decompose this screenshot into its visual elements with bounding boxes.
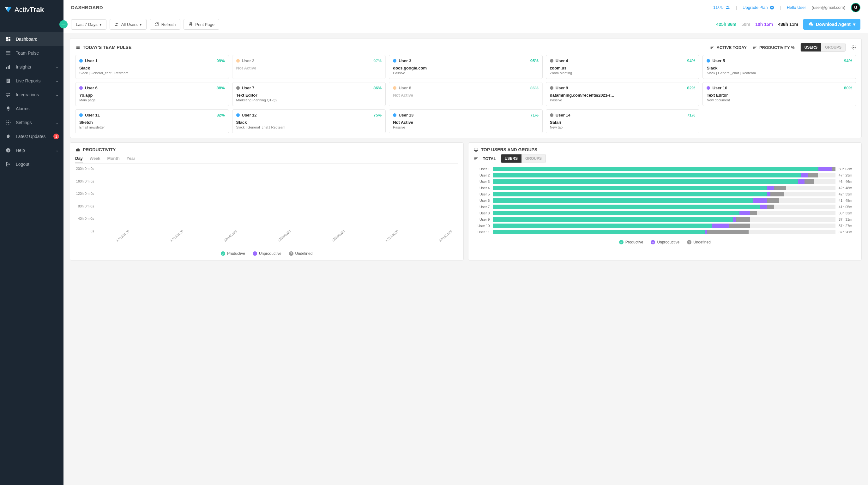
collapse-sidebar-button[interactable]: — xyxy=(59,20,68,28)
status-dot-icon xyxy=(550,59,553,63)
refresh-button[interactable]: Refresh xyxy=(150,19,181,30)
tab-month[interactable]: Month xyxy=(107,154,120,163)
user-app: Slack xyxy=(236,120,382,125)
sidebar-item-live-reports[interactable]: Live Reports⌄ xyxy=(0,74,63,88)
svg-rect-33 xyxy=(77,47,80,48)
user-app: Not Active xyxy=(393,120,538,125)
sidebar-item-settings[interactable]: Settings⌄ xyxy=(0,116,63,129)
status-dot-icon xyxy=(707,86,710,90)
svg-point-24 xyxy=(116,23,117,24)
svg-rect-10 xyxy=(8,66,9,69)
status-dot-icon xyxy=(393,86,396,90)
sort-icon xyxy=(752,45,757,50)
user-pulse-card[interactable]: User 8 86% Not Active xyxy=(389,82,542,106)
svg-rect-34 xyxy=(77,48,80,48)
tab-day[interactable]: Day xyxy=(75,154,83,163)
user-pulse-card[interactable]: User 4 94% zoom.us Zoom Meeting xyxy=(546,55,700,79)
chevron-down-icon: ⌄ xyxy=(56,93,58,97)
user-pulse-card[interactable]: User 5 94% Slack Slack | General_chat | … xyxy=(703,55,856,79)
top-user-row: User 838h 33m xyxy=(473,211,857,215)
cloud-download-icon xyxy=(808,22,813,27)
user-pulse-card[interactable]: User 12 75% Slack Slack | General_chat |… xyxy=(232,109,386,133)
chart-bar: 12/12/2020 xyxy=(101,167,130,233)
list-icon xyxy=(5,50,11,56)
tu-groups-tab[interactable]: GROUPS xyxy=(522,154,546,163)
print-button[interactable]: Print Page xyxy=(184,19,219,30)
download-agent-button[interactable]: Download Agent ▾ xyxy=(803,19,861,30)
sidebar-item-logout[interactable]: Logout xyxy=(0,157,63,171)
user-email: (user@gmail.com) xyxy=(812,5,845,10)
top-users-panel: TOP USERS AND GROUPS TOTAL USERS GROUPS … xyxy=(468,142,862,260)
y-tick: 120h 0m 0s xyxy=(75,192,94,195)
svg-rect-3 xyxy=(8,37,10,38)
user-app: Sketch xyxy=(79,120,225,125)
top-user-row: User 641h 48m xyxy=(473,198,857,203)
chevron-down-icon: ⌄ xyxy=(56,65,58,69)
sidebar-item-insights[interactable]: Insights⌄ xyxy=(0,60,63,74)
x-tick: 12/13/2020 xyxy=(169,230,184,243)
upgrade-plan-link[interactable]: Upgrade Plan xyxy=(743,5,775,10)
nav-label: Alarms xyxy=(16,106,30,111)
user-pct: 86% xyxy=(530,86,538,90)
list-icon xyxy=(75,45,80,50)
check-icon: ✓ xyxy=(619,240,623,245)
active-today-sort[interactable]: ACTIVE TODAY xyxy=(710,45,747,50)
user-pulse-card[interactable]: User 10 80% Text Editor New document xyxy=(703,82,856,106)
user-detail: Zoom Meeting xyxy=(550,71,695,75)
user-pulse-card[interactable]: User 11 82% Sketch Email newsletter xyxy=(75,109,229,133)
tab-week[interactable]: Week xyxy=(90,154,100,163)
logout-icon xyxy=(5,161,11,167)
sidebar-item-team-pulse[interactable]: Team Pulse xyxy=(0,46,63,60)
status-dot-icon xyxy=(550,86,553,90)
tu-name: User 4 xyxy=(473,186,490,190)
bug-icon xyxy=(5,133,11,139)
svg-point-21 xyxy=(726,6,728,7)
users-filter-dropdown[interactable]: All Users ▾ xyxy=(110,19,147,30)
gear-icon[interactable] xyxy=(851,45,856,50)
users-tab[interactable]: USERS xyxy=(801,43,821,52)
top-user-row: User 1137h 20m xyxy=(473,230,857,234)
x-tick: 12/12/2020 xyxy=(116,230,130,243)
date-range-dropdown[interactable]: Last 7 Days ▾ xyxy=(71,19,106,30)
user-pulse-card[interactable]: User 9 82% datamining.com/recents/2021-r… xyxy=(546,82,700,106)
status-dot-icon xyxy=(236,86,240,90)
user-pulse-card[interactable]: User 14 71% Safari New tab xyxy=(546,109,700,133)
svg-rect-11 xyxy=(9,65,10,69)
productivity-pct-sort[interactable]: PRODUCTIVITY % xyxy=(752,45,795,50)
nav-label: Team Pulse xyxy=(16,51,39,56)
x-tick: 12/16/2020 xyxy=(331,230,345,243)
user-name: User 9 xyxy=(556,86,568,90)
user-pulse-card[interactable]: User 1 99% Slack Slack | General_chat | … xyxy=(75,55,229,79)
sort-icon xyxy=(710,45,715,50)
user-name: User 13 xyxy=(399,113,413,118)
user-pulse-card[interactable]: User 13 71% Not Active Passive xyxy=(389,109,542,133)
sidebar-item-help[interactable]: ?Help⌄ xyxy=(0,143,63,157)
user-detail: Passive xyxy=(393,125,538,129)
groups-tab[interactable]: GROUPS xyxy=(821,43,845,52)
tu-users-tab[interactable]: USERS xyxy=(501,154,522,163)
tu-users-groups-toggle: USERS GROUPS xyxy=(501,154,546,163)
user-count-link[interactable]: 11/75 xyxy=(713,5,730,10)
user-pulse-card[interactable]: User 7 86% Text Editor Marketing Plannin… xyxy=(232,82,386,106)
brand-logo: ActivTrak xyxy=(0,0,63,20)
hello-user-link[interactable]: Hello User xyxy=(787,5,806,10)
tab-year[interactable]: Year xyxy=(127,154,135,163)
sidebar-item-alarms[interactable]: Alarms xyxy=(0,102,63,116)
user-pct: 97% xyxy=(373,58,381,63)
sidebar-item-dashboard[interactable]: Dashboard xyxy=(0,32,63,46)
monitor-icon xyxy=(473,147,478,152)
user-pulse-card[interactable]: User 6 88% Yo.app Main page xyxy=(75,82,229,106)
avatar[interactable]: U xyxy=(851,3,861,12)
sidebar-item-integrations[interactable]: Integrations⌄ xyxy=(0,88,63,102)
sidebar-item-latest-updates[interactable]: Latest Updates1 xyxy=(0,129,63,143)
chart-icon xyxy=(5,64,11,70)
tu-name: User 1 xyxy=(473,167,490,171)
chevron-down-icon: ▾ xyxy=(99,22,102,27)
minus-icon: – xyxy=(253,251,257,256)
user-detail: Email newsletter xyxy=(79,125,225,129)
tu-time: 50h 03m xyxy=(839,167,856,171)
user-pulse-card[interactable]: User 2 97% Not Active xyxy=(232,55,386,79)
nav-label: Help xyxy=(16,148,25,153)
user-pct: 80% xyxy=(844,86,852,90)
user-pulse-card[interactable]: User 3 95% docs.google.com Passive xyxy=(389,55,542,79)
